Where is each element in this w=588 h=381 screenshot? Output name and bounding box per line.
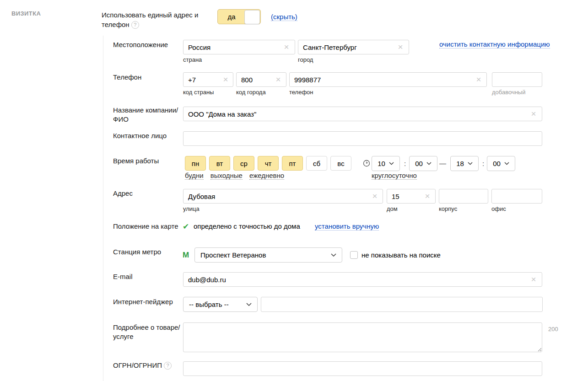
day-button-mon[interactable]: пн	[185, 156, 206, 171]
location-label: Местоположение	[113, 40, 183, 49]
clear-email-icon[interactable]: ×	[529, 275, 538, 284]
clear-contact-info-link[interactable]: очистить контактную информацию	[439, 40, 550, 48]
pager-label: Интернет-пейджер	[113, 297, 183, 306]
phone-label: Телефон	[113, 73, 183, 82]
metro-icon: М	[183, 251, 189, 260]
help-icon[interactable]: ?	[131, 21, 139, 29]
details-label: Подробнее о товаре/услуге	[113, 323, 183, 341]
chevron-down-icon	[504, 162, 509, 165]
ogrn-input[interactable]	[183, 361, 542, 376]
to-hour-select[interactable]: 18	[450, 156, 479, 171]
to-minute-select[interactable]: 00	[487, 156, 515, 171]
vcard-form: ВИЗИТКА Использовать единый адрес и теле…	[0, 0, 588, 381]
map-position-status: определено с точностью до дома	[194, 222, 300, 230]
help-icon[interactable]: ?	[164, 362, 172, 370]
clear-country-icon[interactable]: ×	[282, 43, 291, 51]
office-hint: офис	[491, 205, 506, 212]
single-address-label: Использовать единый адрес и телефон ?	[102, 10, 208, 29]
single-address-toggle[interactable]: да	[217, 9, 261, 24]
day-presets: будни выходные ежедневно	[185, 172, 284, 180]
around-clock-link[interactable]: круглосуточно	[372, 172, 417, 180]
street-input[interactable]	[183, 189, 383, 204]
contact-person-input[interactable]	[183, 131, 542, 146]
section-title: ВИЗИТКА	[11, 10, 41, 17]
workday-buttons: пн вт ср чт пт сб вс	[185, 156, 351, 171]
hide-link[interactable]: (скрыть)	[271, 13, 297, 21]
map-position-label: Положение на карте	[113, 222, 183, 231]
day-button-sun[interactable]: вс	[330, 156, 351, 171]
clear-phone-icon[interactable]: ×	[475, 75, 483, 84]
time-colon: :	[404, 160, 406, 167]
vertical-divider	[103, 36, 103, 381]
preset-daily-link[interactable]: ежедневно	[249, 172, 284, 180]
house-hint: дом	[387, 205, 398, 212]
metro-label: Станция метро	[113, 247, 183, 257]
hide-on-search-label: не показывать на поиске	[361, 251, 441, 259]
time-dash: —	[439, 159, 446, 167]
hide-on-search-checkbox[interactable]	[350, 251, 358, 259]
clear-house-icon[interactable]: ×	[423, 192, 432, 200]
char-counter: 200	[548, 326, 558, 333]
contact-person-label: Контактное лицо	[113, 131, 183, 140]
set-manually-link[interactable]: установить вручную	[315, 222, 379, 231]
company-name-label: Название компании/ФИО	[113, 106, 183, 124]
office-input[interactable]	[491, 189, 542, 204]
country-input[interactable]	[183, 40, 295, 54]
city-input[interactable]	[298, 40, 409, 54]
pager-type-select[interactable]: -- выбрать --	[183, 297, 258, 312]
preset-weekdays-link[interactable]: будни	[185, 172, 204, 180]
clear-city-code-icon[interactable]: ×	[274, 75, 282, 84]
company-name-input[interactable]	[183, 107, 542, 121]
phone-extension-input[interactable]	[492, 72, 542, 87]
day-button-tue[interactable]: вт	[209, 156, 230, 171]
clear-street-icon[interactable]: ×	[371, 192, 379, 200]
chevron-down-icon	[468, 162, 473, 165]
toggle-knob	[244, 10, 260, 24]
pager-input[interactable]	[261, 297, 543, 312]
clock-icon	[363, 160, 370, 167]
phone-number-hint: телефон	[289, 89, 313, 96]
toggle-on-label: да	[218, 10, 245, 24]
clear-city-icon[interactable]: ×	[396, 43, 405, 51]
chevron-down-icon	[246, 303, 252, 306]
work-time-label: Время работы	[113, 156, 183, 166]
country-code-hint: код страны	[183, 89, 214, 96]
phone-number-input[interactable]	[289, 72, 487, 87]
street-hint: улица	[183, 205, 200, 212]
metro-station-select[interactable]: Проспект Ветеранов	[194, 247, 342, 263]
day-button-wed[interactable]: ср	[233, 156, 254, 171]
day-button-sat[interactable]: сб	[306, 156, 327, 171]
chevron-down-icon	[331, 253, 336, 257]
preset-weekend-link[interactable]: выходные	[210, 172, 243, 180]
day-button-thu[interactable]: чт	[258, 156, 279, 171]
extension-hint: добавочный	[492, 89, 525, 96]
email-input[interactable]	[183, 272, 542, 287]
from-minute-select[interactable]: 00	[409, 156, 437, 171]
details-textarea[interactable]	[183, 322, 542, 352]
check-icon: ✔	[183, 222, 189, 231]
from-hour-select[interactable]: 10	[372, 156, 400, 171]
clear-country-code-icon[interactable]: ×	[221, 75, 230, 84]
chevron-down-icon	[426, 162, 432, 165]
address-label: Адрес	[113, 189, 183, 198]
building-input[interactable]	[439, 189, 488, 204]
day-button-fri[interactable]: пт	[282, 156, 303, 171]
city-code-hint: код города	[236, 89, 266, 96]
building-hint: корпус	[439, 205, 457, 212]
clear-company-icon[interactable]: ×	[529, 110, 538, 118]
chevron-down-icon	[389, 162, 394, 165]
email-label: E-mail	[113, 272, 183, 281]
country-hint: страна	[183, 56, 202, 63]
city-hint: город	[298, 56, 313, 63]
time-colon: :	[482, 160, 484, 167]
